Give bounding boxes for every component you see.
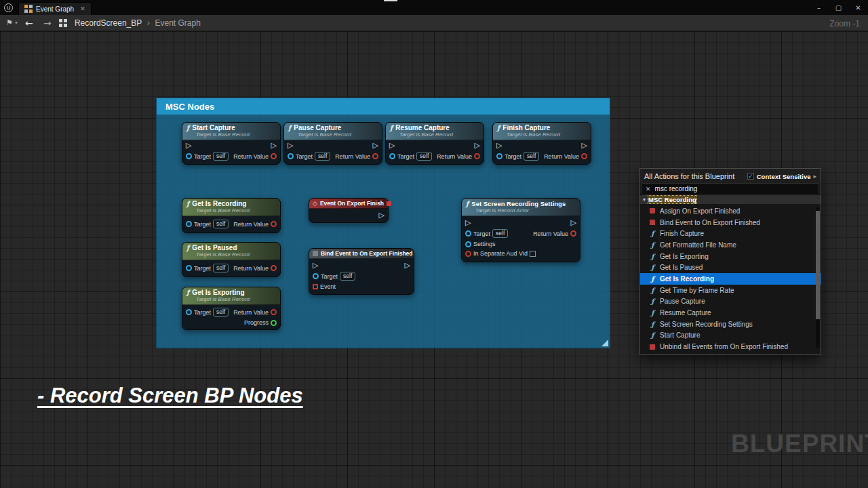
exec-out-pin[interactable]: ▷: [379, 211, 384, 219]
node-get-is-recording[interactable]: ƒGet Is Recording Target is Base Record …: [182, 198, 281, 233]
node-header[interactable]: ƒResume Capture Target is Base Record: [386, 123, 484, 140]
settings-pin[interactable]: [465, 241, 471, 247]
node-finish-capture[interactable]: ƒFinish Capture Target is Base Record ▷ …: [492, 122, 591, 165]
target-pin[interactable]: [313, 273, 319, 279]
progress-pin[interactable]: [271, 320, 277, 326]
search-clear-icon[interactable]: ✕: [646, 186, 651, 192]
action-item-selected[interactable]: ƒGet Is Recording: [640, 273, 821, 285]
exec-in-pin[interactable]: ▷: [313, 262, 318, 269]
target-value-box[interactable]: self: [213, 152, 229, 161]
exec-out-pin[interactable]: ▷: [405, 262, 410, 269]
in-separate-aud-vid-pin[interactable]: [465, 251, 471, 257]
return-value-pin[interactable]: [271, 221, 277, 227]
node-header[interactable]: ƒGet Is Exporting Target is Base Record: [182, 287, 280, 305]
category-caret-icon[interactable]: ▾: [643, 197, 646, 203]
return-value-pin[interactable]: [474, 153, 480, 159]
breadcrumb-root[interactable]: RecordScreen_BP: [75, 18, 142, 28]
action-item[interactable]: ƒFinish Capture: [640, 228, 821, 239]
exec-out-pin[interactable]: ▷: [571, 219, 576, 226]
node-set-screen-recording-settings[interactable]: ƒSet Screen Recording Settings Target is…: [461, 198, 580, 262]
forward-button[interactable]: →: [41, 18, 54, 28]
return-value-pin[interactable]: [271, 153, 277, 159]
action-item[interactable]: Assign On Export Finished: [640, 205, 821, 217]
node-header[interactable]: Bind Event to On Export Finished: [309, 249, 414, 259]
tab-close-icon[interactable]: ✕: [80, 5, 85, 12]
target-pin[interactable]: [496, 153, 502, 159]
target-value-box[interactable]: self: [492, 229, 508, 238]
target-value-box[interactable]: self: [213, 220, 229, 228]
node-bind-event-to-on-export-finished[interactable]: Bind Event to On Export Finished ▷ ▷ Tar…: [309, 248, 414, 295]
target-value-box[interactable]: self: [340, 272, 355, 281]
node-header[interactable]: ƒPause Capture Target is Base Record: [284, 123, 382, 140]
comment-header[interactable]: MSC Nodes: [157, 98, 610, 115]
target-pin[interactable]: [186, 309, 192, 315]
node-header[interactable]: ƒGet Is Paused Target is Base Record: [182, 243, 280, 260]
action-search-input[interactable]: ✕ msc recording: [642, 183, 819, 195]
back-button[interactable]: ←: [22, 18, 36, 28]
return-value-pin[interactable]: [271, 309, 277, 315]
node-header[interactable]: ◇Event On Export Finish: [309, 199, 388, 209]
target-pin[interactable]: [465, 230, 471, 237]
node-pause-capture[interactable]: ƒPause Capture Target is Base Record ▷ ▷…: [283, 122, 382, 165]
target-value-box[interactable]: self: [416, 152, 432, 161]
node-event-on-export-finish[interactable]: ◇Event On Export Finish ▷: [309, 198, 389, 223]
target-value-box[interactable]: self: [213, 264, 229, 272]
category-msc-recording[interactable]: ▾ MSC Recording: [640, 195, 821, 204]
action-item[interactable]: ƒSet Screen Recording Settings: [640, 319, 821, 330]
node-resume-capture[interactable]: ƒResume Capture Target is Base Record ▷ …: [385, 122, 484, 165]
bookmark-flag-icon[interactable]: ⚑: [6, 18, 13, 27]
node-get-is-paused[interactable]: ƒGet Is Paused Target is Base Record Tar…: [182, 242, 281, 277]
event-delegate-pin[interactable]: [313, 284, 318, 289]
exec-in-pin[interactable]: ▷: [465, 219, 471, 226]
exec-out-pin[interactable]: ▷: [475, 142, 480, 149]
context-sensitive-toggle[interactable]: ✓ Context Sensitive ▸: [747, 173, 816, 180]
target-pin[interactable]: [186, 265, 192, 271]
return-value-pin[interactable]: [570, 230, 576, 237]
target-pin[interactable]: [389, 153, 395, 159]
action-item[interactable]: ƒGet Time by Frame Rate: [640, 285, 821, 296]
target-value-box[interactable]: self: [315, 152, 330, 161]
action-item[interactable]: Unbind all Events from On Export Finishe…: [640, 341, 821, 352]
exec-out-pin[interactable]: ▷: [271, 142, 277, 149]
minimize-button[interactable]: –: [809, 0, 829, 15]
target-value-box[interactable]: self: [213, 308, 229, 317]
comment-resize-handle[interactable]: [601, 340, 608, 346]
tab-event-graph[interactable]: Event Graph ✕: [18, 2, 92, 15]
context-sensitive-checkbox[interactable]: ✓: [747, 173, 754, 180]
target-pin[interactable]: [186, 221, 192, 227]
node-start-capture[interactable]: ƒStart Capture Target is Base Record ▷ ▷…: [182, 122, 281, 165]
submenu-arrow-icon[interactable]: ▸: [813, 173, 816, 180]
return-value-pin[interactable]: [581, 153, 587, 159]
action-item[interactable]: Bind Event to On Export Finished: [640, 217, 821, 228]
action-item[interactable]: ƒResume Capture: [640, 307, 821, 319]
node-header[interactable]: ƒFinish Capture Target is Base Record: [493, 123, 591, 140]
action-item[interactable]: ƒGet Is Exporting: [640, 251, 821, 262]
return-value-pin[interactable]: [271, 265, 277, 271]
target-pin[interactable]: [288, 153, 294, 159]
bookmark-caret-icon[interactable]: ▾: [15, 20, 18, 26]
menu-scrollbar[interactable]: [816, 207, 820, 348]
target-pin[interactable]: [186, 153, 192, 159]
in-separate-aud-vid-checkbox[interactable]: [530, 251, 536, 257]
action-item[interactable]: ƒGet Is Paused: [640, 262, 821, 273]
exec-in-pin[interactable]: ▷: [496, 142, 502, 149]
node-get-is-exporting[interactable]: ƒGet Is Exporting Target is Base Record …: [182, 287, 281, 330]
node-header[interactable]: ƒSet Screen Recording Settings Target is…: [462, 199, 580, 216]
maximize-button[interactable]: ▢: [829, 0, 848, 15]
node-header[interactable]: ƒGet Is Recording Target is Base Record: [182, 199, 280, 216]
breadcrumb-current[interactable]: Event Graph: [155, 18, 200, 28]
return-value-pin[interactable]: [372, 153, 378, 159]
action-item[interactable]: ƒGet Formatted File Name: [640, 239, 821, 251]
target-value-box[interactable]: self: [524, 152, 539, 161]
exec-out-pin[interactable]: ▷: [582, 142, 587, 149]
delegate-output-icon[interactable]: [387, 201, 391, 206]
exec-in-pin[interactable]: ▷: [389, 142, 395, 149]
exec-in-pin[interactable]: ▷: [288, 142, 293, 149]
exec-in-pin[interactable]: ▷: [186, 142, 191, 149]
exec-out-pin[interactable]: ▷: [373, 142, 378, 149]
menu-scrollbar-thumb[interactable]: [816, 211, 820, 319]
action-item[interactable]: ƒStart Capture: [640, 330, 821, 342]
close-button[interactable]: ✕: [848, 0, 868, 15]
node-header[interactable]: ƒStart Capture Target is Base Record: [182, 123, 280, 140]
action-item[interactable]: ƒPause Capture: [640, 296, 821, 308]
